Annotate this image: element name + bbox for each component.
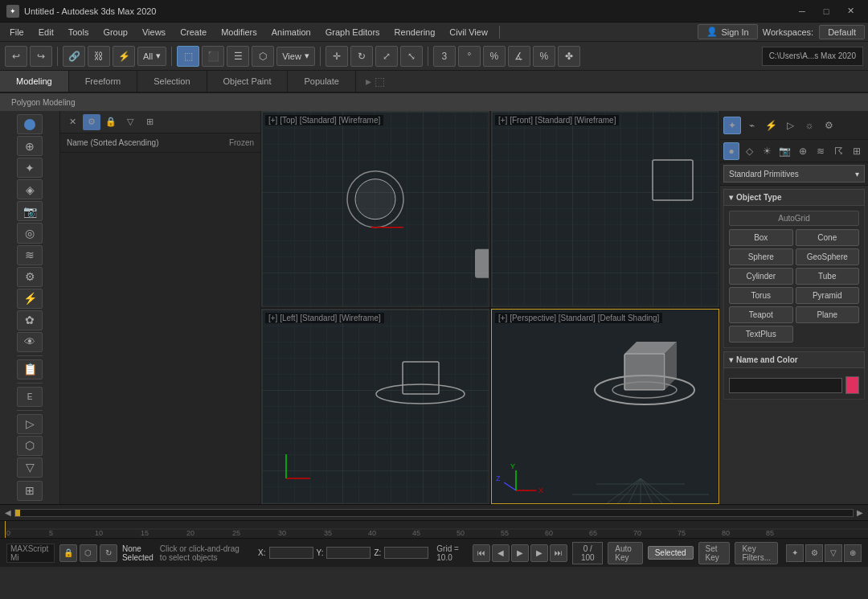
rp-spacewarps-icon[interactable]: ≋ xyxy=(813,142,829,160)
object-name-input[interactable] xyxy=(729,378,842,393)
next-frame-btn[interactable]: ▶ xyxy=(530,544,548,562)
select-object-button[interactable]: ⬚ xyxy=(177,46,199,67)
sel-filter-btn[interactable]: ⬡ xyxy=(80,544,97,562)
viewport-left[interactable]: [+] [Left] [Standard] [Wireframe] xyxy=(261,309,489,505)
bind-to-space-warp[interactable]: ⚡ xyxy=(113,46,135,67)
tab-freeform[interactable]: Freeform xyxy=(69,71,138,92)
selected-button[interactable]: Selected xyxy=(648,546,694,560)
auto-key-button[interactable]: Auto Key xyxy=(608,542,642,564)
rp-misc-icon[interactable]: ⊞ xyxy=(849,142,865,160)
frame-slider[interactable] xyxy=(14,509,854,517)
frame-counter[interactable]: 0 / 100 xyxy=(572,542,603,564)
rp-hierarchy-icon[interactable]: ⚡ xyxy=(762,117,780,134)
teapot-button[interactable]: Teapot xyxy=(729,306,793,323)
pivot-dropdown[interactable]: ° xyxy=(458,46,481,67)
reference-coord-dropdown[interactable]: 3 xyxy=(433,46,456,67)
sel-lock-btn[interactable]: 🔒 xyxy=(59,544,77,562)
link-button[interactable]: 🔗 xyxy=(63,46,85,67)
object-type-header[interactable]: ▾ Object Type xyxy=(723,189,865,206)
tab-modeling[interactable]: Modeling xyxy=(0,71,69,92)
left-tool-8[interactable]: ⚙ xyxy=(17,267,43,287)
scene-filter-btn[interactable]: ▽ xyxy=(121,114,139,130)
tab-populate[interactable]: Populate xyxy=(288,71,355,92)
pyramid-button[interactable]: Pyramid xyxy=(796,287,860,304)
left-tool-5[interactable]: 📷 xyxy=(17,201,43,221)
select-and-squash[interactable]: ⤡ xyxy=(400,46,423,67)
menu-rendering[interactable]: Rendering xyxy=(388,26,442,39)
menu-group[interactable]: Group xyxy=(96,26,134,39)
maximize-button[interactable]: □ xyxy=(815,3,837,19)
key-filters-button[interactable]: Key Filters... xyxy=(735,542,778,564)
cone-button[interactable]: Cone xyxy=(796,229,860,246)
box-button[interactable]: Box xyxy=(729,229,793,246)
viewport-front[interactable]: [+] [Front] [Standard] [Wireframe] xyxy=(491,111,719,307)
left-tool-notes[interactable]: 📋 xyxy=(17,359,43,380)
left-tool-6[interactable]: ◎ xyxy=(17,223,43,243)
autogrid-button[interactable]: AutoGrid xyxy=(729,211,859,226)
scene-close-btn[interactable]: ✕ xyxy=(63,114,81,130)
menu-views[interactable]: Views xyxy=(136,26,172,39)
scene-options-btn[interactable]: ⚙ xyxy=(83,114,100,130)
snap-toggle[interactable]: % xyxy=(483,46,506,67)
left-tool-10[interactable]: ✿ xyxy=(17,310,43,330)
rp-helpers-icon[interactable]: ⊕ xyxy=(795,142,811,160)
menu-animation[interactable]: Animation xyxy=(265,26,317,39)
left-tool-eye[interactable]: 👁 xyxy=(17,332,43,352)
rp-create-icon[interactable]: ✦ xyxy=(723,117,741,134)
unlink-button[interactable]: ⛓ xyxy=(88,46,110,67)
menu-tools[interactable]: Tools xyxy=(62,26,96,39)
viewport-dropdown[interactable]: View ▾ xyxy=(276,47,315,66)
color-swatch[interactable] xyxy=(845,376,859,394)
plane-button[interactable]: Plane xyxy=(796,306,860,323)
angle-snap[interactable]: ∡ xyxy=(508,46,530,67)
z-input[interactable] xyxy=(384,547,428,559)
redo-button[interactable]: ↪ xyxy=(30,46,52,67)
rp-lights-icon[interactable]: ☀ xyxy=(760,142,776,160)
left-tool-3[interactable]: ✦ xyxy=(17,158,43,178)
viewport-top[interactable]: [+] [Top] [Standard] [Wireframe] xyxy=(261,111,489,307)
scene-display-btn[interactable]: ⊞ xyxy=(141,114,158,130)
tab-object-paint[interactable]: Object Paint xyxy=(207,71,289,92)
menu-file[interactable]: File xyxy=(3,26,31,39)
menu-create[interactable]: Create xyxy=(174,26,213,39)
menu-modifiers[interactable]: Modifiers xyxy=(215,26,264,39)
anim-tool-2[interactable]: ⚙ xyxy=(805,544,823,562)
left-tool-funnel[interactable]: ▽ xyxy=(17,457,43,478)
sphere-button[interactable]: Sphere xyxy=(729,248,793,265)
percent-snap[interactable]: % xyxy=(533,46,555,67)
cylinder-button[interactable]: Cylinder xyxy=(729,268,793,285)
set-key-button[interactable]: Set Key xyxy=(698,542,731,564)
rp-display-icon[interactable]: ☼ xyxy=(800,117,818,134)
left-tool-grid[interactable]: ⊞ xyxy=(17,481,43,501)
viewport-perspective[interactable]: [+] [Perspective] [Standard] [Default Sh… xyxy=(491,309,719,505)
left-tool-filter[interactable]: ⬡ xyxy=(17,436,43,456)
scene-content[interactable] xyxy=(60,153,260,504)
rp-geometry-icon[interactable]: ● xyxy=(723,142,739,160)
maxscript-mini[interactable]: MAXScript Mi xyxy=(6,544,55,563)
anim-tool-1[interactable]: ✦ xyxy=(786,544,804,562)
rp-modify-icon[interactable]: ⌁ xyxy=(743,117,760,134)
rp-motion-icon[interactable]: ▷ xyxy=(781,117,799,134)
frame-next-btn[interactable]: ▶ xyxy=(857,508,863,517)
mirror-button[interactable]: ⬡ xyxy=(252,46,274,67)
geosphere-button[interactable]: GeoSphere xyxy=(796,248,860,265)
spinner-snap[interactable]: ✤ xyxy=(558,46,580,67)
x-input[interactable] xyxy=(269,547,313,559)
tl-track[interactable]: 0 5 10 15 20 25 30 35 40 45 50 55 60 65 … xyxy=(5,521,868,538)
left-tool-2[interactable]: ⊕ xyxy=(17,136,43,156)
filter-dropdown[interactable]: All ▾ xyxy=(137,47,166,66)
name-color-header[interactable]: ▾ Name and Color xyxy=(723,351,865,368)
select-by-name-button[interactable]: ☰ xyxy=(227,46,249,67)
left-tool-anim[interactable]: ▷ xyxy=(17,414,43,434)
left-tool-e[interactable]: E xyxy=(17,387,43,407)
signin-button[interactable]: 👤 Sign In xyxy=(698,24,757,39)
torus-button[interactable]: Torus xyxy=(729,287,793,304)
select-and-move[interactable]: ✛ xyxy=(326,46,348,67)
goto-end-btn[interactable]: ⏭ xyxy=(550,544,567,562)
rp-shapes-icon[interactable]: ◇ xyxy=(741,142,757,160)
left-tool-4[interactable]: ◈ xyxy=(17,179,43,199)
play-btn[interactable]: ▶ xyxy=(511,544,529,562)
goto-start-btn[interactable]: ⏮ xyxy=(473,544,490,562)
tab-selection[interactable]: Selection xyxy=(137,71,207,92)
rp-systems-icon[interactable]: ☈ xyxy=(831,142,847,160)
